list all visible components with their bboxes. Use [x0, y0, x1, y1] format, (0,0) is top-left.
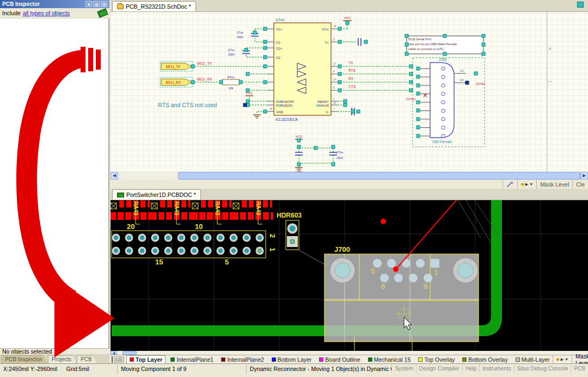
pcb-scroll-thumb[interactable]	[122, 351, 137, 355]
svg-text:13: 13	[460, 69, 463, 72]
layer-tab-mechanical-15[interactable]: Mechanical 15	[365, 356, 414, 363]
svg-text:VCC: VCC	[322, 28, 329, 31]
layer-tab-bottom-layer[interactable]: Bottom Layer	[269, 356, 314, 363]
chevron-down-icon[interactable]: ▾	[85, 1, 92, 7]
clear-button[interactable]: Cle	[572, 180, 588, 189]
svg-text:9: 9	[333, 86, 335, 89]
include-objects-link[interactable]: all types of objects	[23, 10, 70, 16]
svg-text:MCU_TX: MCU_TX	[166, 65, 181, 69]
cursor-coordinates: X:2450mil Y:-2960mil	[0, 364, 63, 373]
menu-system[interactable]: System	[391, 364, 415, 373]
left-panel-tabs: PCB Inspector Projects PCB	[0, 354, 109, 363]
svg-text:RA40: RA40	[174, 201, 180, 215]
resistor-symbol[interactable]: R7xx 10k	[222, 76, 240, 90]
net-label-rts: RTS	[348, 69, 356, 72]
svg-text:14: 14	[333, 78, 336, 81]
svg-text:100n: 100n	[237, 35, 243, 39]
net-label-tx: TX	[348, 61, 353, 65]
layer-tab-bottom-overlay[interactable]: Bottom Overlay	[460, 356, 510, 363]
menu-instruments[interactable]: Instruments	[479, 364, 513, 373]
pcbdoc-icon	[117, 193, 124, 197]
layer-tab-top-layer[interactable]: Top Layer	[126, 355, 166, 363]
schematic-mini-toolbar: ◆▶▼ Mask Level Cle	[111, 180, 588, 189]
ls-button[interactable]: LS	[114, 356, 124, 363]
net-label-rx: RX	[348, 77, 354, 81]
schematic-scroll-thumb[interactable]	[178, 172, 580, 180]
j700-footprint[interactable]: J700 5 1 6	[324, 245, 479, 342]
svg-text:HDR603: HDR603	[277, 212, 302, 219]
pcb-tab-label: PortSwitcher1D.PCBDOC *	[126, 191, 196, 198]
svg-text:INVALID: INVALID	[316, 104, 329, 107]
pin-icon[interactable]: ⊙	[93, 1, 100, 7]
inspector-status: No objects selected	[0, 348, 109, 354]
mask-level-button[interactable]: Mask Level	[536, 180, 572, 189]
pcb-canvas[interactable]: RA40 RA40 RA40 RA40 20 10 15 5 2 1	[111, 200, 588, 351]
application-window: PCB Inspector ▾ ⊙ ✕ Include all types of…	[0, 0, 588, 377]
layer-tab-top-overlay[interactable]: Top Overlay	[415, 356, 457, 363]
pcb-hscrollbar[interactable]: ◀	[111, 351, 588, 355]
menu-help[interactable]: Help	[462, 364, 480, 373]
pcb-doc-tab[interactable]: PortSwitcher1D.PCBDOC *	[112, 189, 201, 200]
svg-text:5: 5	[225, 258, 229, 266]
layer-tab-board-outline[interactable]: Board Outline	[316, 356, 363, 363]
ic-symbol[interactable]: U7xx ICL3221ECA C1+ C1- C2+ C2- FORCEOFF…	[267, 18, 338, 121]
resistor-array-strip[interactable]: RA40 RA40 RA40 RA40	[111, 201, 273, 224]
schematic-hscrollbar[interactable]: ◀ ▶	[111, 172, 588, 180]
menu-pcb[interactable]: PCB	[571, 364, 588, 373]
menu-situs-debug-console[interactable]: Situs Debug Console	[514, 364, 571, 373]
pcb-filter-icons[interactable]: ◆▶▼	[553, 355, 572, 364]
svg-text:RA40: RA40	[255, 201, 261, 215]
wire-tool-icon[interactable]	[503, 180, 517, 189]
schematic-doc-tab[interactable]: PCB_RS2321D.SchDoc *	[112, 1, 196, 11]
grid-readout: Grid:5mil	[63, 364, 118, 373]
layer-tab-multi-layer[interactable]: Multi-Layer	[513, 356, 553, 363]
pin-header-footprint[interactable]: 20 10 15 5 2 1	[112, 223, 277, 266]
pcb-mask-level-button[interactable]: Mask Level	[572, 355, 588, 364]
schematic-drawing: 4 U7xx ICL3221ECA C1+ C1- C2+ C2- FORCEO…	[112, 12, 588, 172]
menu-design-compiler[interactable]: Design Compiler	[416, 364, 462, 373]
layer-tab-internalplane2[interactable]: InternalPlane2	[218, 356, 267, 363]
svg-text:READY: READY	[317, 100, 329, 103]
teal-marker-icon	[577, 2, 584, 8]
svg-text:10k: 10k	[229, 86, 234, 90]
svg-text:1: 1	[268, 248, 277, 251]
port-mcu-tx[interactable]: MCU_TX MCU_TX	[160, 61, 212, 71]
scroll-left-icon[interactable]: ◀	[111, 172, 118, 180]
svg-text:1: 1	[333, 97, 335, 100]
svg-text:FORCEON: FORCEON	[276, 104, 292, 107]
mode-status: Dynamic Reconnector - Moving 1 Object(s)…	[247, 364, 392, 373]
moving-status: Moving Component 1 of 9	[118, 364, 246, 373]
filter-icons[interactable]: ◆▶▼	[517, 180, 536, 189]
layer-tab-internalplane1[interactable]: InternalPlane1	[168, 356, 216, 363]
svg-text:Use pin-for-pin DB9 Male-Femal: Use pin-for-pin DB9 Male-Female	[408, 42, 457, 46]
tab-pcb[interactable]: PCB	[77, 355, 97, 363]
close-icon[interactable]: ✕	[101, 1, 107, 7]
svg-text:C7xx: C7xx	[228, 48, 235, 52]
note-box[interactable]: DCE Serial Port Use pin-for-pin DB9 Male…	[405, 34, 485, 55]
vcc-label: VCC	[344, 16, 351, 20]
inspector-include-row: Include all types of objects	[0, 8, 109, 18]
svg-text:10: 10	[195, 223, 203, 231]
ratsnest-dot	[393, 267, 399, 272]
svg-text:15: 15	[155, 258, 163, 266]
schematic-tabbar: PCB_RS2321D.SchDoc *	[111, 0, 588, 12]
tab-pcb-inspector[interactable]: PCB Inspector	[1, 355, 47, 363]
svg-text:V+: V+	[324, 41, 329, 44]
svg-text:(GND): (GND)	[476, 82, 485, 85]
port-mcu-rx[interactable]: MCU_RX MCU_RX	[160, 77, 212, 87]
schdoc-icon	[117, 4, 124, 9]
svg-text:18: 18	[270, 107, 273, 110]
scroll-right-icon[interactable]: ▶	[580, 172, 588, 180]
tab-projects[interactable]: Projects	[48, 355, 76, 363]
schematic-tab-label: PCB_RS2321D.SchDoc *	[126, 3, 191, 10]
svg-text:C2+: C2+	[276, 47, 283, 50]
svg-text:20: 20	[127, 223, 134, 231]
inspector-titlebar[interactable]: PCB Inspector ▾ ⊙ ✕	[0, 0, 109, 8]
svg-text:C7xx: C7xx	[236, 31, 243, 34]
svg-text:C7xx: C7xx	[336, 151, 344, 154]
scroll-left-icon[interactable]: ◀	[111, 351, 117, 355]
svg-text:6: 6	[381, 282, 385, 291]
inspector-body	[0, 18, 109, 348]
svg-text:V-: V-	[326, 110, 329, 114]
hdr603-footprint[interactable]: HDR603	[277, 212, 326, 265]
